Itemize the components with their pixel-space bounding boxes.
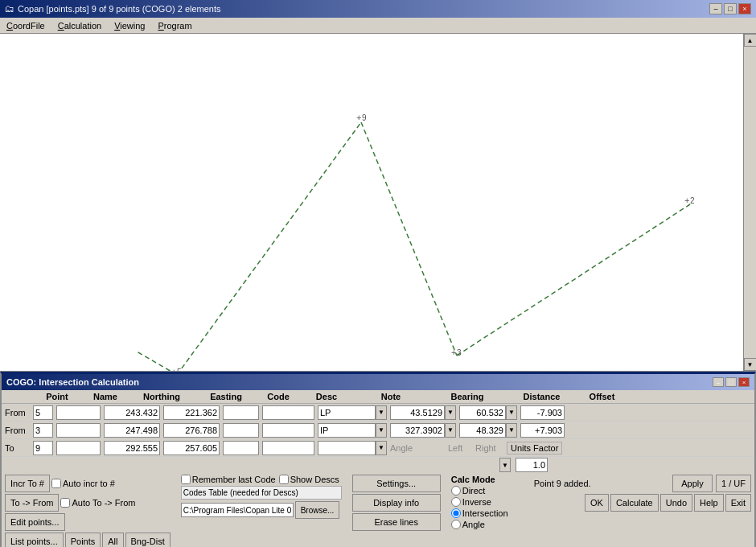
menu-coordfile[interactable]: CoordFile	[3, 20, 48, 31]
input-offset-from2[interactable]	[520, 423, 565, 438]
input-note-to[interactable]	[318, 441, 376, 455]
cogo-maximize-button[interactable]: □	[725, 377, 737, 387]
calc-direct-row: Direct	[451, 486, 524, 496]
auto-to-from-checkbox[interactable]	[60, 498, 70, 508]
input-bearing-from1[interactable]	[390, 405, 445, 420]
browse-button[interactable]: Browse...	[295, 501, 340, 519]
input-bearing-from2[interactable]	[390, 423, 445, 438]
svg-text:+: +	[684, 195, 689, 205]
maximize-button[interactable]: □	[724, 3, 737, 14]
calc-direct-radio[interactable]	[451, 486, 461, 496]
show-descs-checkbox-row: Show Descs	[279, 475, 339, 484]
menu-calculation[interactable]: Calculation	[55, 20, 105, 31]
calc-mode-label: Calc Mode	[451, 475, 524, 484]
display-info-button[interactable]: Display info	[352, 494, 441, 512]
remember-code-label: Remember last Code	[192, 475, 276, 484]
bearing-dropdown-from1[interactable]: ▼	[445, 405, 456, 420]
svg-text:+: +	[356, 113, 361, 122]
calc-intersection-radio[interactable]	[451, 508, 461, 518]
cogo-dialog-title: COGO: Intersection Calculation	[6, 377, 139, 387]
col-header-desc: Desc	[298, 392, 355, 401]
status-text: Point 9 added.	[534, 479, 669, 488]
calc-angle-radio[interactable]	[451, 520, 461, 529]
col-header-distance: Distance	[507, 392, 576, 401]
one-over-uf-button[interactable]: 1 / UF	[716, 475, 751, 492]
menu-viewing[interactable]: Viewing	[111, 20, 148, 31]
input-desc-from2[interactable]	[262, 423, 314, 438]
incr-to-button[interactable]: Incr To #	[5, 475, 50, 492]
undo-button[interactable]: Undo	[660, 494, 692, 512]
remember-code-checkbox[interactable]	[181, 475, 191, 484]
edit-points-button[interactable]: Edit points...	[5, 513, 65, 531]
codes-table-path-input[interactable]	[181, 503, 294, 517]
bearing-extra-row: ▼	[2, 457, 754, 473]
col-header-name: Name	[81, 392, 129, 401]
input-northing-to[interactable]	[104, 441, 160, 455]
input-code-from2[interactable]	[223, 423, 259, 438]
input-name-to[interactable]	[56, 441, 101, 455]
bearing-extra-dropdown[interactable]: ▼	[499, 458, 511, 472]
settings-button[interactable]: Settings...	[352, 475, 441, 492]
input-name-from1[interactable]	[56, 405, 101, 420]
close-button[interactable]: ×	[738, 3, 751, 14]
input-point-from2[interactable]	[33, 423, 53, 438]
input-easting-to[interactable]	[163, 441, 220, 455]
vertical-scrollbar[interactable]: ▲ ▼	[743, 34, 756, 371]
points-button[interactable]: Points	[65, 533, 101, 547]
input-desc-to[interactable]	[262, 441, 314, 455]
input-distance-from1[interactable]	[459, 405, 506, 420]
table-header: Point Name Northing Easting Code Desc No…	[2, 390, 754, 404]
note-dropdown-from2[interactable]: ▼	[376, 423, 387, 438]
auto-to-from-checkbox-row: Auto To -> From	[60, 498, 135, 508]
calc-intersection-row: Intersection	[451, 508, 524, 518]
input-name-from2[interactable]	[56, 423, 101, 438]
col-header-note: Note	[355, 392, 427, 401]
input-point-to[interactable]	[33, 441, 53, 455]
input-code-to[interactable]	[223, 441, 259, 455]
cogo-close-button[interactable]: ×	[738, 377, 750, 387]
input-code-from1[interactable]	[223, 405, 259, 420]
remember-code-checkbox-row: Remember last Code	[181, 475, 276, 484]
col-header-easting: Easting	[194, 392, 258, 401]
input-northing-from1[interactable]	[104, 405, 160, 420]
exit-button[interactable]: Exit	[725, 494, 751, 512]
bng-dist-button[interactable]: Bng-Dist	[125, 533, 171, 547]
input-distance-from2[interactable]	[459, 423, 506, 438]
all-button[interactable]: All	[102, 533, 123, 547]
distance-dropdown-from1[interactable]: ▼	[506, 405, 517, 420]
menu-program[interactable]: Program	[154, 20, 195, 31]
scroll-down-button[interactable]: ▼	[744, 358, 757, 371]
list-points-button[interactable]: List points...	[5, 533, 64, 547]
note-dropdown-from1[interactable]: ▼	[376, 405, 387, 420]
input-easting-from2[interactable]	[163, 423, 220, 438]
left-label: Left	[448, 443, 472, 453]
units-factor-input[interactable]	[516, 458, 548, 472]
show-descs-checkbox[interactable]	[279, 475, 289, 484]
bearing-dropdown-from2[interactable]: ▼	[445, 423, 456, 438]
input-offset-from1[interactable]	[520, 405, 565, 420]
help-button[interactable]: Help	[694, 494, 724, 512]
input-easting-from1[interactable]	[163, 405, 220, 420]
right-actions-panel: Point 9 added. Apply 1 / UF OK Calculate…	[534, 475, 751, 512]
input-note-from2[interactable]	[318, 423, 376, 438]
distance-dropdown-from2[interactable]: ▼	[506, 423, 517, 438]
scroll-up-button[interactable]: ▲	[744, 34, 757, 47]
input-northing-from2[interactable]	[104, 423, 160, 438]
apply-button[interactable]: Apply	[672, 475, 713, 492]
input-note-from1[interactable]	[318, 405, 376, 420]
settings-panel: Settings... Display info Erase lines	[352, 475, 441, 531]
calc-inverse-radio[interactable]	[451, 497, 461, 507]
to-from-button[interactable]: To -> From	[5, 494, 59, 512]
ok-button[interactable]: OK	[585, 494, 609, 512]
erase-lines-button[interactable]: Erase lines	[352, 513, 441, 531]
note-dropdown-to[interactable]: ▼	[376, 441, 387, 455]
svg-line-1	[361, 122, 457, 356]
auto-incr-checkbox[interactable]	[51, 479, 61, 488]
col-header-point: Point	[33, 392, 81, 401]
input-point-from1[interactable]	[33, 405, 53, 420]
input-desc-from1[interactable]	[262, 405, 314, 420]
svg-text:3: 3	[457, 348, 462, 357]
minimize-button[interactable]: –	[709, 3, 722, 14]
calculate-button[interactable]: Calculate	[610, 494, 659, 512]
cogo-minimize-button[interactable]: –	[713, 377, 724, 387]
